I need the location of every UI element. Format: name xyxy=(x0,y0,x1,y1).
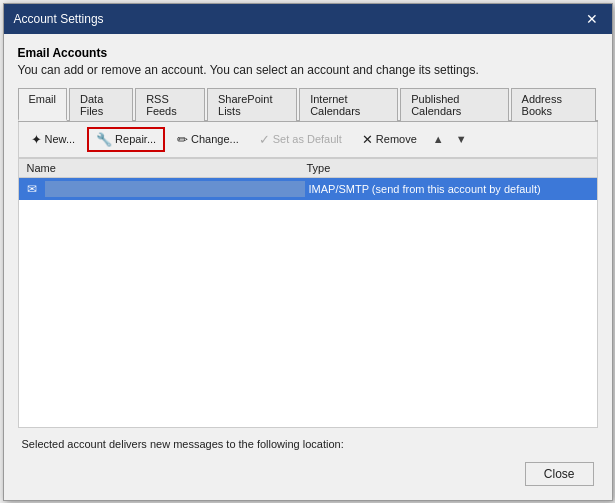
close-title-button[interactable]: ✕ xyxy=(582,12,602,26)
change-button[interactable]: ✏ Change... xyxy=(169,128,247,151)
dialog-footer: Close xyxy=(18,456,598,490)
move-down-button[interactable]: ▼ xyxy=(452,130,471,148)
col-header-type: Type xyxy=(307,162,589,174)
set-default-button[interactable]: ✓ Set as Default xyxy=(251,128,350,151)
change-label: Change... xyxy=(191,133,239,145)
dialog-body: Email Accounts You can add or remove an … xyxy=(4,34,612,500)
section-desc: You can add or remove an account. You ca… xyxy=(18,63,598,77)
tab-address-books[interactable]: Address Books xyxy=(511,88,596,121)
tab-rss-feeds[interactable]: RSS Feeds xyxy=(135,88,205,121)
remove-button[interactable]: ✕ Remove xyxy=(354,128,425,151)
row-email-icon: ✉ xyxy=(27,182,45,196)
col-header-name: Name xyxy=(27,162,307,174)
status-bar: Selected account delivers new messages t… xyxy=(18,428,598,456)
table-header: Name Type xyxy=(19,159,597,178)
section-title: Email Accounts xyxy=(18,46,598,60)
remove-label: Remove xyxy=(376,133,417,145)
title-bar: Account Settings ✕ xyxy=(4,4,612,34)
tab-data-files[interactable]: Data Files xyxy=(69,88,133,121)
tab-published-calendars[interactable]: Published Calendars xyxy=(400,88,508,121)
change-icon: ✏ xyxy=(177,132,188,147)
tab-sharepoint[interactable]: SharePoint Lists xyxy=(207,88,297,121)
set-default-label: Set as Default xyxy=(273,133,342,145)
move-up-button[interactable]: ▲ xyxy=(429,130,448,148)
close-button[interactable]: Close xyxy=(525,462,594,486)
new-label: New... xyxy=(45,133,76,145)
row-name xyxy=(45,181,305,197)
repair-icon: 🔧 xyxy=(96,132,112,147)
remove-icon: ✕ xyxy=(362,132,373,147)
accounts-table: Name Type ✉ IMAP/SMTP (send from this ac… xyxy=(18,158,598,428)
check-icon: ✓ xyxy=(259,132,270,147)
repair-label: Repair... xyxy=(115,133,156,145)
new-button[interactable]: ✦ New... xyxy=(23,128,84,151)
repair-button[interactable]: 🔧 Repair... xyxy=(87,127,165,152)
tab-email[interactable]: Email xyxy=(18,88,68,121)
status-text: Selected account delivers new messages t… xyxy=(22,438,344,450)
tab-internet-calendars[interactable]: Internet Calendars xyxy=(299,88,398,121)
toolbar: ✦ New... 🔧 Repair... ✏ Change... ✓ Set a… xyxy=(18,122,598,158)
account-settings-dialog: Account Settings ✕ Email Accounts You ca… xyxy=(3,3,613,501)
row-type: IMAP/SMTP (send from this account by def… xyxy=(309,183,589,195)
new-icon: ✦ xyxy=(31,132,42,147)
dialog-title: Account Settings xyxy=(14,12,104,26)
tabs-container: Email Data Files RSS Feeds SharePoint Li… xyxy=(18,87,598,122)
table-row[interactable]: ✉ IMAP/SMTP (send from this account by d… xyxy=(19,178,597,200)
